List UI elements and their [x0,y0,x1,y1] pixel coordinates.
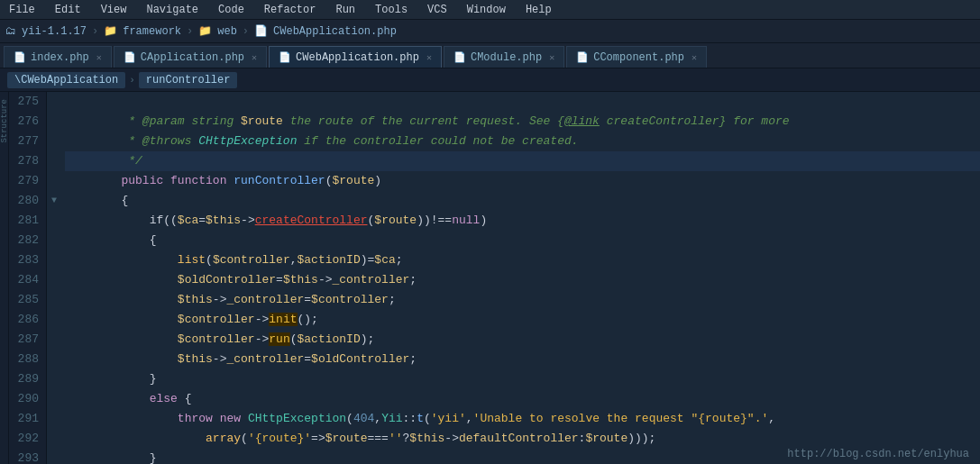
code-line-278: public function runController($route) [65,151,980,171]
menu-bar: File Edit View Navigate Code Refactor Ru… [0,0,980,20]
tab-ccomponent[interactable]: 📄 CComponent.php ✕ [566,46,707,68]
folder-icon-web: 📁 [198,24,212,38]
path-method[interactable]: runController [139,72,238,88]
tab-label: CModule.php [471,51,542,64]
menu-item-edit[interactable]: Edit [51,2,85,18]
code-line-289: else { [65,369,980,389]
menu-item-tools[interactable]: Tools [371,2,411,18]
menu-item-navigate[interactable]: Navigate [142,2,202,18]
file-icon-php: 📄 [254,24,268,38]
side-panel: Structure [0,92,9,464]
close-icon[interactable]: ✕ [96,52,102,63]
breadcrumb-web[interactable]: web [217,25,237,38]
close-icon[interactable]: ✕ [426,52,432,63]
breadcrumb-framework[interactable]: framework [123,25,181,38]
code-line-280: if(($ca=$this->createController($route))… [65,191,980,211]
close-icon[interactable]: ✕ [691,52,697,63]
code-line-282: list($controller,$actionID)=$ca; [65,231,980,250]
close-icon[interactable]: ✕ [549,52,554,63]
watermark-url: http://blog.csdn.net/enlyhua [787,448,969,460]
php-icon: 📄 [453,51,466,63]
path-bar: \CWebApplication › runController [0,68,980,92]
side-panel-label: Structure [0,99,9,143]
tab-label: index.php [31,51,89,64]
menu-item-code[interactable]: Code [215,2,248,18]
fold-icon-280[interactable]: ▼ [47,191,61,211]
code-line-275: * @param string $route the route of the … [65,92,980,112]
php-icon: 📄 [576,51,589,63]
tabs-bar: 📄 index.php ✕ 📄 CApplication.php ✕ 📄 CWe… [0,43,980,68]
menu-item-file[interactable]: File [5,2,39,18]
project-icon: 🗂 [5,24,16,38]
php-icon: 📄 [279,51,291,63]
menu-item-run[interactable]: Run [332,2,359,18]
menu-item-window[interactable]: Window [463,2,509,18]
menu-item-vcs[interactable]: VCS [424,2,451,18]
path-arrow: › [129,75,135,86]
code-area: 275 276 277 278 279 280 281 282 283 284 … [9,92,980,464]
tab-index-php[interactable]: 📄 index.php ✕ [4,46,112,68]
php-icon: 📄 [124,51,136,63]
project-root[interactable]: yii-1.1.17 [22,25,87,38]
tab-cmodule[interactable]: 📄 CModule.php ✕ [444,46,564,68]
tab-capplication[interactable]: 📄 CApplication.php ✕ [114,46,267,68]
line-numbers: 275 276 277 278 279 280 281 282 283 284 … [9,92,47,464]
code-lines[interactable]: * @param string $route the route of the … [61,92,980,464]
editor-container: Structure 275 276 277 278 279 280 281 28… [0,92,980,464]
tab-label: CApplication.php [141,51,244,64]
menu-item-help[interactable]: Help [522,2,555,18]
menu-item-view[interactable]: View [97,2,131,18]
code-line-290: throw new CHttpException(404,Yii::t('yii… [65,389,980,409]
tab-label: CWebApplication.php [296,51,419,64]
path-class[interactable]: \CWebApplication [7,72,125,88]
breadcrumb-file[interactable]: CWebApplication.php [273,25,397,38]
folder-icon: 📁 [104,24,117,38]
tab-label: CComponent.php [593,51,684,64]
close-icon[interactable]: ✕ [252,52,257,63]
project-bar: 🗂 yii-1.1.17 › 📁 framework › 📁 web › 📄 C… [0,20,980,43]
menu-item-refactor[interactable]: Refactor [261,2,320,18]
fold-column: ▼ [47,92,61,464]
tab-cwebapplication[interactable]: 📄 CWebApplication.php ✕ [269,46,442,68]
php-icon: 📄 [14,51,26,63]
